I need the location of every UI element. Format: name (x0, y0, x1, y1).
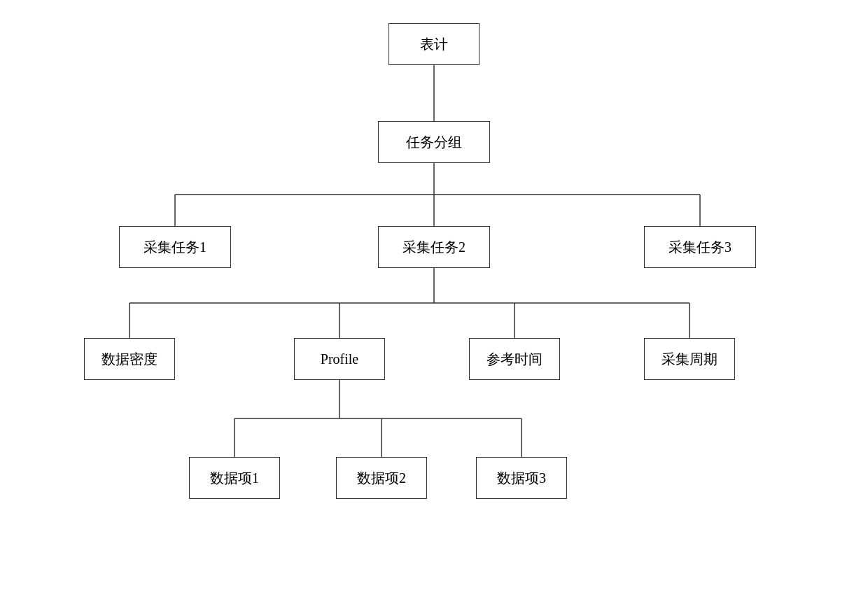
node-cankaoshijian: 参考时间 (469, 338, 560, 380)
node-shujuxiang2: 数据项2 (336, 457, 427, 499)
node-cankaoshijian-label: 参考时间 (486, 350, 542, 369)
node-shujumidu-label: 数据密度 (102, 350, 158, 369)
connector-lines (14, 9, 854, 604)
node-renwufenzu: 任务分组 (378, 121, 490, 163)
node-biaoji: 表计 (388, 23, 479, 65)
node-profile: Profile (294, 338, 385, 380)
node-profile-label: Profile (321, 351, 358, 367)
node-caiji3: 采集任务3 (644, 226, 756, 268)
tree-diagram: 表计 任务分组 采集任务1 采集任务2 采集任务3 数据密度 Profile 参… (14, 9, 854, 604)
node-caijijouqi-label: 采集周期 (662, 350, 718, 369)
node-caijijouqi: 采集周期 (644, 338, 735, 380)
node-caiji2: 采集任务2 (378, 226, 490, 268)
node-renwufenzu-label: 任务分组 (406, 133, 462, 152)
node-shujuxiang3: 数据项3 (476, 457, 567, 499)
node-caiji3-label: 采集任务3 (668, 238, 732, 257)
node-biaoji-label: 表计 (420, 35, 448, 54)
node-caiji2-label: 采集任务2 (402, 238, 465, 257)
node-caiji1-label: 采集任务1 (144, 238, 206, 257)
node-shujuxiang3-label: 数据项3 (497, 469, 546, 488)
node-caiji1: 采集任务1 (119, 226, 231, 268)
node-shujumidu: 数据密度 (84, 338, 175, 380)
node-shujuxiang2-label: 数据项2 (357, 469, 406, 488)
node-shujuxiang1: 数据项1 (189, 457, 280, 499)
node-shujuxiang1-label: 数据项1 (210, 469, 259, 488)
